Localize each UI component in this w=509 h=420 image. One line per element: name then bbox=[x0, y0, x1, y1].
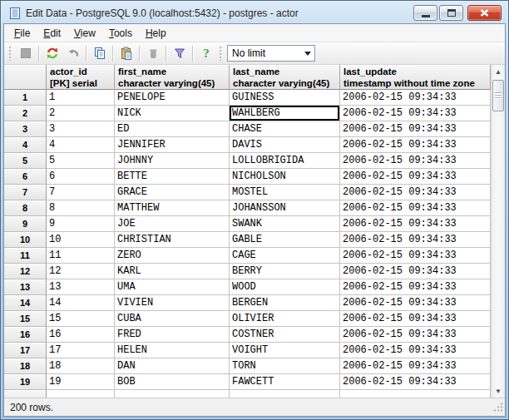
cell-first-name[interactable]: JOE bbox=[115, 216, 230, 232]
cell-first-name[interactable]: DAN bbox=[115, 358, 230, 374]
cell-last-name[interactable]: TORN bbox=[230, 358, 340, 374]
maximize-button[interactable] bbox=[439, 5, 463, 21]
cell-last-name[interactable]: OLIVIER bbox=[230, 311, 340, 327]
cell-actor-id[interactable]: 17 bbox=[47, 343, 115, 358]
menu-tools[interactable]: Tools bbox=[102, 25, 139, 42]
paste-button[interactable] bbox=[116, 44, 136, 63]
cell-last-update[interactable]: 2006-02-15 09:34:33 bbox=[340, 169, 491, 185]
cell-first-name[interactable]: CHRISTIAN bbox=[115, 232, 230, 248]
menu-help[interactable]: Help bbox=[139, 25, 173, 42]
row-number-cell[interactable]: 18 bbox=[4, 358, 47, 374]
scroll-down-button[interactable]: ▼ bbox=[492, 384, 505, 398]
resize-grip[interactable] bbox=[493, 402, 503, 414]
column-header-first-name[interactable]: first_name character varying(45) bbox=[115, 65, 230, 90]
cell-actor-id[interactable]: 8 bbox=[47, 200, 115, 216]
cell-actor-id[interactable]: 14 bbox=[47, 295, 115, 311]
cell-actor-id[interactable]: 7 bbox=[47, 185, 115, 200]
cell-last-update[interactable]: 2006-02-15 09:34:33 bbox=[340, 200, 491, 216]
cell-actor-id[interactable]: 15 bbox=[47, 311, 115, 327]
cell-first-name[interactable]: VIVIEN bbox=[115, 295, 230, 311]
cell-actor-id[interactable]: 13 bbox=[47, 279, 115, 295]
row-limit-combobox[interactable]: No limit bbox=[227, 45, 315, 62]
close-button[interactable] bbox=[467, 5, 502, 21]
delete-button[interactable] bbox=[142, 44, 163, 63]
cell-actor-id[interactable]: 2 bbox=[47, 106, 115, 121]
cell-actor-id[interactable]: 12 bbox=[47, 264, 115, 279]
cell-last-update[interactable]: 2006-02-15 09:34:33 bbox=[340, 216, 491, 232]
cell-first-name[interactable]: JENNIFER bbox=[115, 137, 230, 153]
cell-last-update[interactable]: 2006-02-15 09:34:33 bbox=[340, 248, 491, 264]
cell-first-name[interactable]: GRACE bbox=[115, 185, 230, 200]
filter-button[interactable] bbox=[169, 44, 190, 63]
cell-last-update[interactable]: 2006-02-15 09:34:33 bbox=[340, 137, 491, 153]
row-number-cell[interactable]: 7 bbox=[4, 185, 47, 200]
cell-first-name[interactable]: KARL bbox=[115, 264, 230, 279]
vertical-scrollbar[interactable]: ▲ ▼ bbox=[491, 65, 505, 398]
cell-last-update[interactable]: 2006-02-15 09:34:33 bbox=[340, 153, 491, 169]
cell-first-name[interactable]: MATTHEW bbox=[115, 200, 230, 216]
cell-actor-id[interactable]: 1 bbox=[47, 90, 115, 106]
copy-button[interactable] bbox=[89, 44, 110, 63]
cell-actor-id[interactable]: 6 bbox=[47, 169, 115, 185]
cell-last-name[interactable]: CAGE bbox=[230, 248, 340, 264]
minimize-button[interactable] bbox=[413, 5, 437, 21]
cell-actor-id[interactable]: 3 bbox=[47, 121, 115, 137]
cell-first-name[interactable]: HELEN bbox=[115, 343, 230, 358]
cell-first-name[interactable]: BOB bbox=[115, 374, 230, 390]
cell-first-name[interactable]: PENELOPE bbox=[115, 90, 230, 106]
cell-actor-id[interactable]: 4 bbox=[47, 137, 115, 153]
cell-last-update[interactable]: 2006-02-15 09:34:33 bbox=[340, 343, 491, 358]
cell-last-name[interactable]: CHASE bbox=[230, 121, 340, 137]
scroll-up-button[interactable]: ▲ bbox=[492, 65, 505, 78]
save-button[interactable] bbox=[15, 44, 36, 63]
cell-last-update[interactable]: 2006-02-15 09:34:33 bbox=[340, 264, 491, 279]
cell-first-name[interactable]: NICK bbox=[115, 106, 230, 121]
cell-first-name[interactable]: JOHNNY bbox=[115, 153, 230, 169]
row-number-cell[interactable]: 9 bbox=[4, 216, 47, 232]
cell-last-name[interactable]: WOOD bbox=[230, 279, 340, 295]
cell-last-name[interactable]: COSTNER bbox=[230, 327, 340, 343]
corner-header-cell[interactable] bbox=[4, 65, 47, 90]
cell-actor-id[interactable]: 5 bbox=[47, 153, 115, 169]
column-header-actor-id[interactable]: actor_id [PK] serial bbox=[47, 65, 115, 90]
cell-last-update[interactable]: 2006-02-15 09:34:33 bbox=[340, 374, 491, 390]
cell-last-name[interactable]: DAVIS bbox=[230, 137, 340, 153]
cell-last-update[interactable]: 2006-02-15 09:34:33 bbox=[340, 121, 491, 137]
cell-last-name[interactable]: GABLE bbox=[230, 232, 340, 248]
row-number-cell[interactable]: 19 bbox=[4, 374, 47, 390]
cell-last-update[interactable]: 2006-02-15 09:34:33 bbox=[340, 90, 491, 106]
cell-last-update[interactable]: 2006-02-15 09:34:33 bbox=[340, 311, 491, 327]
help-button[interactable]: ? bbox=[195, 44, 216, 63]
menu-view[interactable]: View bbox=[67, 25, 102, 42]
cell-last-update[interactable]: 2006-02-15 09:34:33 bbox=[340, 327, 491, 343]
row-number-cell[interactable]: 14 bbox=[4, 295, 47, 311]
row-number-cell[interactable]: 4 bbox=[4, 137, 47, 153]
row-number-cell[interactable]: 11 bbox=[4, 248, 47, 264]
titlebar[interactable]: Edit Data - PostgreSQL 9.0 (localhost:54… bbox=[3, 1, 506, 23]
row-number-cell[interactable]: 12 bbox=[4, 264, 47, 279]
cell-last-name[interactable]: SWANK bbox=[230, 216, 340, 232]
cell-last-update[interactable]: 2006-02-15 09:34:33 bbox=[340, 358, 491, 374]
cell-actor-id[interactable]: 10 bbox=[47, 232, 115, 248]
cell-last-name[interactable]: WAHLBERG bbox=[230, 106, 340, 121]
cell-last-name[interactable]: BERGEN bbox=[230, 295, 340, 311]
cell-actor-id[interactable]: 11 bbox=[47, 248, 115, 264]
cell-last-name[interactable]: FAWCETT bbox=[230, 374, 340, 390]
cell-last-update[interactable]: 2006-02-15 09:34:33 bbox=[340, 106, 491, 121]
cell-last-update[interactable]: 2006-02-15 09:34:33 bbox=[340, 232, 491, 248]
cell-actor-id[interactable]: 16 bbox=[47, 327, 115, 343]
cell-actor-id[interactable]: 19 bbox=[47, 374, 115, 390]
row-number-cell[interactable]: 13 bbox=[4, 279, 47, 295]
cell-first-name[interactable]: UMA bbox=[115, 279, 230, 295]
row-number-cell[interactable]: 17 bbox=[4, 343, 47, 358]
cell-last-name[interactable]: NICHOLSON bbox=[230, 169, 340, 185]
row-number-cell[interactable]: 8 bbox=[4, 200, 47, 216]
cell-last-name[interactable]: BERRY bbox=[230, 264, 340, 279]
cell-last-name[interactable]: MOSTEL bbox=[230, 185, 340, 200]
toolbar-gripper[interactable] bbox=[8, 47, 12, 61]
cell-last-name[interactable]: JOHANSSON bbox=[230, 200, 340, 216]
undo-button[interactable] bbox=[62, 44, 83, 63]
cell-first-name[interactable]: ZERO bbox=[115, 248, 230, 264]
cell-last-update[interactable]: 2006-02-15 09:34:33 bbox=[340, 185, 491, 200]
row-number-cell[interactable]: 6 bbox=[4, 169, 47, 185]
